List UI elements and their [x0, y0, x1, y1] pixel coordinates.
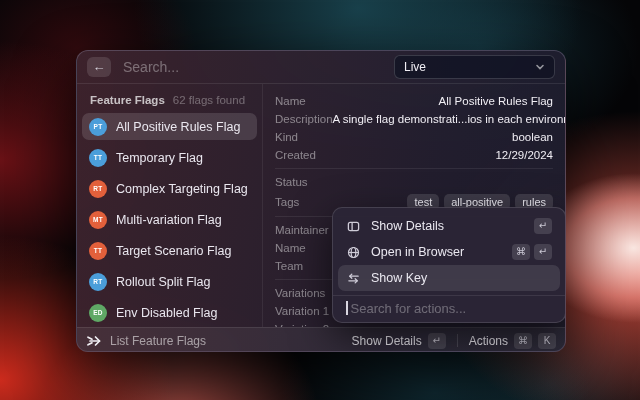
detail-row-kind: Kind boolean	[275, 128, 553, 146]
list-item[interactable]: TTTarget Scenario Flag	[82, 237, 257, 264]
chevron-down-icon	[535, 62, 545, 72]
menu-item-open-in-browser[interactable]: Open in Browser ⌘ ↵	[338, 239, 560, 265]
dropdown-value: Live	[404, 60, 426, 74]
actions-search-input: Search for actions...	[351, 301, 467, 316]
menu-item-show-key[interactable]: Show Key	[338, 265, 560, 291]
search-bar: ← Search... Live	[77, 51, 565, 84]
flag-list-panel: Feature Flags 62 flags found PTAll Posit…	[77, 84, 263, 327]
flag-type-icon: ED	[89, 304, 107, 322]
launcher-window: ← Search... Live Feature Flags 62 flags …	[76, 50, 566, 352]
command-name: List Feature Flags	[110, 334, 206, 348]
flag-type-icon: RT	[89, 273, 107, 291]
flag-type-icon: PT	[89, 118, 107, 136]
environment-dropdown[interactable]: Live	[394, 55, 555, 79]
list-item-label: Complex Targeting Flag	[116, 182, 248, 196]
divider	[457, 334, 458, 347]
sidebar-icon	[346, 220, 361, 233]
globe-icon	[346, 246, 361, 259]
list-item-label: Temporary Flag	[116, 151, 203, 165]
cmd-key-badge: ⌘	[514, 333, 532, 349]
divider	[333, 295, 565, 296]
result-count: 62 flags found	[173, 94, 245, 106]
swap-arrows-icon	[346, 272, 361, 285]
detail-row-status: Status	[275, 173, 553, 191]
list-item[interactable]: MTMulti-variation Flag	[82, 206, 257, 233]
desktop-wallpaper: ← Search... Live Feature Flags 62 flags …	[0, 0, 640, 400]
list-item-label: All Positive Rules Flag	[116, 120, 240, 134]
list-item[interactable]: TTTemporary Flag	[82, 144, 257, 171]
list-item[interactable]: EDEnv Disabled Flag	[82, 299, 257, 326]
list-item-label: Multi-variation Flag	[116, 213, 222, 227]
return-key-badge: ↵	[534, 218, 552, 234]
flag-type-icon: MT	[89, 211, 107, 229]
list-section-header: Feature Flags 62 flags found	[77, 90, 262, 113]
flag-type-icon: TT	[89, 242, 107, 260]
actions-search[interactable]: Search for actions...	[338, 299, 560, 317]
actions-menu: Show Details ↵ Open in Browser ⌘ ↵	[332, 207, 566, 323]
return-key-badge: ↵	[534, 244, 552, 260]
list-item[interactable]: RTComplex Targeting Flag	[82, 175, 257, 202]
k-key-badge: K	[538, 333, 556, 349]
detail-row-name: Name All Positive Rules Flag	[275, 92, 553, 110]
launch-arrow-icon	[86, 333, 102, 349]
divider	[275, 168, 553, 169]
flag-list: PTAll Positive Rules FlagTTTemporary Fla…	[77, 113, 262, 326]
primary-action-button[interactable]: Show Details	[352, 334, 422, 348]
actions-button[interactable]: Actions	[469, 334, 508, 348]
return-key-badge: ↵	[428, 333, 446, 349]
list-item-label: Env Disabled Flag	[116, 306, 217, 320]
list-item-label: Rollout Split Flag	[116, 275, 211, 289]
cmd-key-badge: ⌘	[512, 244, 530, 260]
back-button[interactable]: ←	[87, 57, 111, 77]
list-item[interactable]: RTRollout Split Flag	[82, 268, 257, 295]
status-bar: List Feature Flags Show Details ↵ Action…	[77, 327, 565, 352]
menu-item-show-details[interactable]: Show Details ↵	[338, 213, 560, 239]
list-item[interactable]: PTAll Positive Rules Flag	[82, 113, 257, 140]
text-cursor	[346, 301, 348, 315]
flag-type-icon: TT	[89, 149, 107, 167]
search-input[interactable]: Search...	[123, 59, 394, 75]
list-item-label: Target Scenario Flag	[116, 244, 231, 258]
flag-type-icon: RT	[89, 180, 107, 198]
section-title: Feature Flags	[90, 94, 165, 106]
detail-row-description: Description A single flag demonstrati...…	[275, 110, 553, 128]
detail-row-created: Created 12/29/2024	[275, 146, 553, 164]
